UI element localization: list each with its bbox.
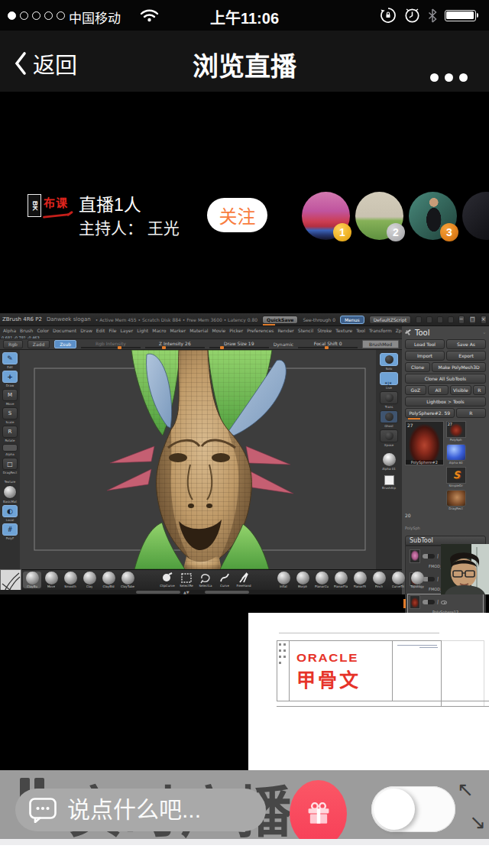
current-tool-r-button[interactable]: R <box>456 408 487 418</box>
menu-item[interactable]: Macro <box>152 328 166 333</box>
left-shelf-button[interactable]: Rotate <box>2 426 18 442</box>
zadd-mode-button[interactable]: Zadd <box>28 340 50 348</box>
menu-item[interactable]: Brush <box>20 328 33 333</box>
zbrush-canvas[interactable] <box>20 350 376 569</box>
fullscreen-expand-button[interactable]: ↖ ↘ <box>457 778 489 836</box>
titlebar-icon-button-1[interactable] <box>437 316 443 323</box>
menu-item[interactable]: Alpha <box>3 328 16 333</box>
clone-button[interactable]: Clone <box>405 362 430 372</box>
lock-icon[interactable] <box>448 316 454 323</box>
tool-thumbnail[interactable]: DragRect <box>446 490 466 507</box>
menu-item[interactable]: Edit <box>96 328 105 333</box>
zsub-mode-button[interactable]: Zsub <box>54 340 76 348</box>
lightbox-tools-button[interactable]: Lightbox > Tools <box>405 397 486 406</box>
curve-stroke-button[interactable]: Curve <box>215 572 234 588</box>
left-shelf-button[interactable]: PolyF <box>2 523 18 540</box>
menus-button[interactable]: Menus <box>340 316 364 324</box>
menu-item[interactable]: Layer <box>121 328 134 333</box>
scroll-arrows[interactable]: ▲▼ <box>183 590 189 594</box>
viewer-avatar-2[interactable]: 2 <box>355 192 403 240</box>
tool-thumbnail[interactable]: Alpha 60 <box>446 444 466 461</box>
right-shelf-button[interactable]: Trans <box>379 391 399 409</box>
brush-button[interactable]: Smooth <box>61 572 79 588</box>
restore-button[interactable]: □ <box>469 316 476 324</box>
current-tool-field[interactable]: PolySphere#2. 59 <box>405 408 455 418</box>
load-tool-button[interactable]: Load Tool <box>405 339 445 349</box>
left-shelf-button[interactable]: Alpha <box>2 444 18 456</box>
focal-shift-slider[interactable]: Focal Shift 0 <box>298 341 358 348</box>
menu-item[interactable]: Stroke <box>317 328 332 333</box>
brush-button[interactable]: Clay <box>80 572 99 588</box>
tool-thumbnail[interactable]: 27 PolySph <box>446 421 466 438</box>
menu-item[interactable]: Tool <box>356 328 365 333</box>
chat-input[interactable] <box>67 797 243 823</box>
menu-item[interactable]: Document <box>53 328 76 333</box>
left-shelf-button[interactable]: Edit <box>2 352 18 369</box>
right-shelf-button[interactable]: Xpose <box>379 429 399 447</box>
subtool-toggle[interactable] <box>423 600 435 604</box>
goz-button[interactable]: GoZ <box>405 385 426 395</box>
titlebar-mini-button-2[interactable] <box>426 316 432 323</box>
chat-input-pill[interactable] <box>15 789 266 831</box>
brush-button[interactable]: ClayBu <box>23 572 41 588</box>
brush-button[interactable]: PlanarCu <box>313 572 331 588</box>
export-button[interactable]: Export <box>446 351 486 361</box>
canvas-scrollbar[interactable]: ▲▼ <box>0 590 402 594</box>
draw-size-slider[interactable]: Draw Size 19 <box>209 341 269 348</box>
visibility-eye-icon[interactable] <box>441 601 447 604</box>
menu-item[interactable]: Stencil <box>298 328 313 333</box>
z-intensity-slider[interactable]: Z Intensity 26 <box>145 341 205 348</box>
minimize-button[interactable]: − <box>458 316 465 324</box>
tool-thumbnail[interactable]: SimpleDr <box>446 467 466 484</box>
follow-button[interactable]: 关注 <box>207 198 267 232</box>
menu-item[interactable]: Color <box>37 328 49 333</box>
viewer-avatar-1[interactable]: 1 <box>302 192 350 240</box>
menu-item[interactable]: File <box>108 328 116 333</box>
brush-button[interactable]: Move <box>42 572 60 588</box>
menu-item[interactable]: Picker <box>229 328 243 333</box>
menu-item[interactable]: Material <box>189 328 208 333</box>
subtool-toggle[interactable] <box>423 554 435 559</box>
menu-item[interactable]: Preferences <box>247 328 274 333</box>
brush-button[interactable]: PlanarFla <box>332 572 350 588</box>
clipcurve-brush-button[interactable]: ClipCurve <box>158 572 176 588</box>
menu-item[interactable]: Texture <box>335 328 352 333</box>
gift-button[interactable] <box>290 780 347 847</box>
right-shelf-button[interactable]: Ghost <box>379 410 399 428</box>
import-button[interactable]: Import <box>405 351 445 361</box>
brush-button[interactable]: ClayTube <box>118 572 137 588</box>
dynamic-label[interactable]: Dynamic <box>274 342 293 347</box>
left-shelf-button[interactable]: Local <box>2 505 18 522</box>
left-shelf-button[interactable]: Scale <box>2 407 18 424</box>
visible-button[interactable]: Visible <box>450 385 471 395</box>
viewer-avatar-4[interactable] <box>462 192 489 240</box>
r-button[interactable]: R <box>473 385 486 395</box>
menu-item[interactable]: Draw <box>80 328 92 333</box>
edit-pen-icon[interactable]: / <box>436 599 439 605</box>
edit-pen-icon[interactable]: / <box>436 553 439 559</box>
right-shelf-button[interactable]: Solo <box>379 353 399 371</box>
close-button[interactable]: × <box>481 316 487 324</box>
default-zscript-button[interactable]: DefaultZScript <box>369 316 411 324</box>
rgb-intensity-slider[interactable]: Rgb Intensity <box>81 341 141 348</box>
brush-alpha-swatch[interactable] <box>384 475 394 485</box>
all-button[interactable]: All <box>428 385 449 395</box>
brush-button[interactable]: ClayBld <box>99 572 118 588</box>
more-menu-button[interactable] <box>430 73 468 82</box>
brush-button[interactable]: Morph <box>293 572 312 588</box>
menu-item[interactable]: Transform <box>369 328 392 333</box>
left-shelf-button[interactable]: DragRect <box>2 458 18 474</box>
brush-button[interactable]: Inflat <box>274 572 293 588</box>
left-shelf-button[interactable]: Draw <box>2 371 18 387</box>
clone-all-subtools-button[interactable]: Clone All SubTools <box>405 374 486 384</box>
toggle-knob[interactable] <box>374 789 415 830</box>
left-shelf-button[interactable]: BasicMat <box>2 485 18 504</box>
brush-button[interactable]: Pinch <box>370 572 388 588</box>
edit-pen-icon[interactable]: / <box>436 576 439 582</box>
freehand-stroke-button[interactable]: FreeHand <box>235 572 253 588</box>
menu-item[interactable]: Render <box>277 328 293 333</box>
quicksave-button[interactable]: QuickSave <box>262 316 298 324</box>
save-as-button[interactable]: Save As <box>446 339 486 349</box>
left-shelf-button[interactable]: Move <box>2 389 18 406</box>
alpha-thumbnail[interactable] <box>383 453 396 466</box>
